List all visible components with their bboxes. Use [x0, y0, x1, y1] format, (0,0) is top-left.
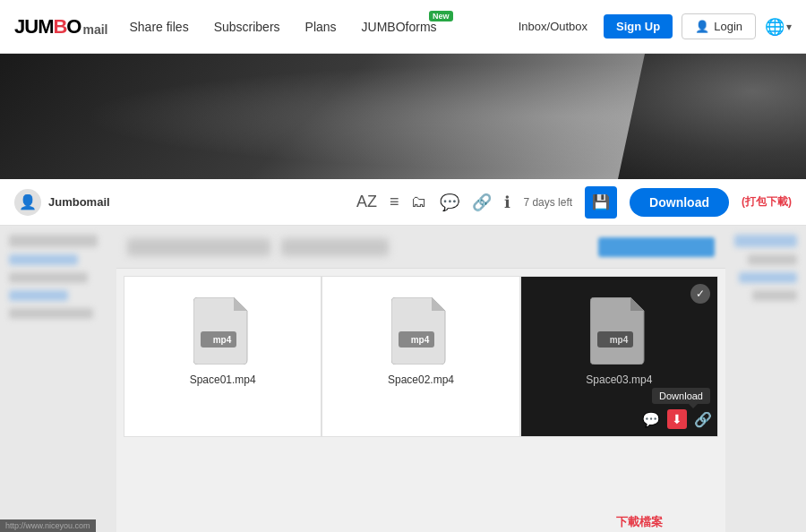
sidebar-blurred-3 — [9, 272, 88, 283]
logo-jumbo: JUMBO — [14, 15, 81, 39]
watermark: http://www.niceyou.com — [0, 519, 96, 532]
check-badge: ✓ — [690, 284, 710, 304]
nav-share-files[interactable]: Share files — [129, 20, 188, 34]
bottom-annotation: 下載檔案 — [616, 514, 663, 530]
save-icon: 💾 — [592, 193, 610, 210]
save-button[interactable]: 💾 — [585, 186, 617, 219]
file-card-2[interactable]: mp4 Space02.mp4 — [322, 276, 519, 437]
blurred-bar-1 — [127, 238, 270, 256]
main-content: mp4 Space01.mp4 mp4 Space02.mp4 — [116, 226, 725, 532]
toolbar-icons: AZ ≡ 🗂 💬 🔗 ℹ 7 days left 💾 Download (打包下… — [356, 186, 792, 219]
nav-subscribers[interactable]: Subscribers — [214, 20, 280, 34]
toolbar-user: 👤 Jumbomail — [14, 189, 110, 216]
file-name-3: Space03.mp4 — [586, 373, 652, 386]
globe-icon: 🌐 — [765, 17, 785, 37]
sidebar-right-blurred-3 — [739, 272, 797, 283]
blurred-blue-bar — [598, 237, 715, 257]
hero-banner — [0, 54, 806, 179]
new-badge: New — [429, 11, 453, 21]
svg-text:mp4: mp4 — [213, 335, 232, 345]
sort-az-icon[interactable]: AZ — [356, 193, 377, 211]
top-blurred-bar — [116, 226, 725, 269]
days-left-label: 7 days left — [523, 196, 572, 209]
toolbar: 👤 Jumbomail AZ ≡ 🗂 💬 🔗 ℹ 7 days left 💾 D… — [0, 179, 806, 226]
logo-mail: mail — [82, 22, 107, 37]
sidebar-blurred-4 — [9, 290, 68, 301]
info-icon[interactable]: ℹ — [504, 193, 510, 212]
nav-right: Inbox/Outbox Sign Up 👤 Login 🌐 ▾ — [511, 13, 792, 39]
sidebar-blurred-1 — [9, 235, 98, 247]
file-actions-3: 💬 ⬇ 🔗 — [642, 409, 712, 429]
file-card-3[interactable]: ✓ mp4 Download Space03.mp4 💬 ⬇ 🔗 — [520, 276, 718, 437]
sidebar-right — [725, 226, 806, 532]
mp4-file-icon-1: mp4 — [193, 297, 252, 365]
sidebar-right-blurred-1 — [734, 235, 797, 247]
svg-text:mp4: mp4 — [411, 335, 430, 345]
download-annotation: (打包下載) — [742, 194, 792, 210]
download-button[interactable]: Download — [630, 188, 729, 217]
login-button[interactable]: 👤 Login — [682, 13, 756, 39]
blurred-bar-2 — [281, 238, 389, 256]
inbox-outbox-button[interactable]: Inbox/Outbox — [511, 16, 595, 37]
signup-button[interactable]: Sign Up — [604, 14, 673, 39]
file-name-2: Space02.mp4 — [388, 373, 454, 386]
file-card-1[interactable]: mp4 Space01.mp4 — [124, 276, 322, 437]
toolbar-username: Jumbomail — [48, 195, 110, 209]
sidebar-right-blurred-2 — [748, 254, 797, 265]
logo: JUMBO mail — [14, 15, 107, 39]
content-area: mp4 Space01.mp4 mp4 Space02.mp4 — [0, 226, 806, 532]
svg-text:mp4: mp4 — [610, 335, 629, 345]
sidebar-left — [0, 226, 116, 532]
folder-icon[interactable]: 🗂 — [411, 193, 427, 211]
share-icon[interactable]: 🔗 — [472, 193, 492, 212]
list-icon[interactable]: ≡ — [390, 193, 399, 211]
mp4-file-icon-3: mp4 — [590, 297, 648, 365]
comment-action-icon[interactable]: 💬 — [642, 411, 660, 428]
file-icon-wrapper-2: mp4 — [390, 295, 452, 366]
sidebar-blurred-2 — [9, 254, 78, 265]
sidebar-right-blurred-4 — [752, 290, 797, 301]
mp4-file-icon-2: mp4 — [391, 297, 450, 365]
avatar: 👤 — [14, 189, 41, 216]
nav-links: Share files Subscribers Plans JUMBOforms… — [129, 20, 510, 34]
file-grid: mp4 Space01.mp4 mp4 Space02.mp4 — [116, 269, 725, 437]
file-icon-wrapper-1: mp4 — [192, 295, 254, 366]
user-icon: 👤 — [695, 20, 709, 33]
comment-icon[interactable]: 💬 — [440, 193, 459, 212]
sidebar-blurred-5 — [9, 308, 93, 319]
download-tooltip: Download — [652, 388, 710, 404]
file-name-1: Space01.mp4 — [190, 373, 256, 386]
language-button[interactable]: 🌐 ▾ — [765, 17, 792, 37]
file-icon-wrapper-3: mp4 — [587, 295, 650, 366]
nav-jumboforms[interactable]: JUMBOforms New — [362, 20, 437, 34]
download-action-icon[interactable]: ⬇ — [667, 409, 687, 429]
nav-plans[interactable]: Plans — [305, 20, 337, 34]
share-action-icon[interactable]: 🔗 — [694, 411, 712, 428]
navbar: JUMBO mail Share files Subscribers Plans… — [0, 0, 806, 54]
